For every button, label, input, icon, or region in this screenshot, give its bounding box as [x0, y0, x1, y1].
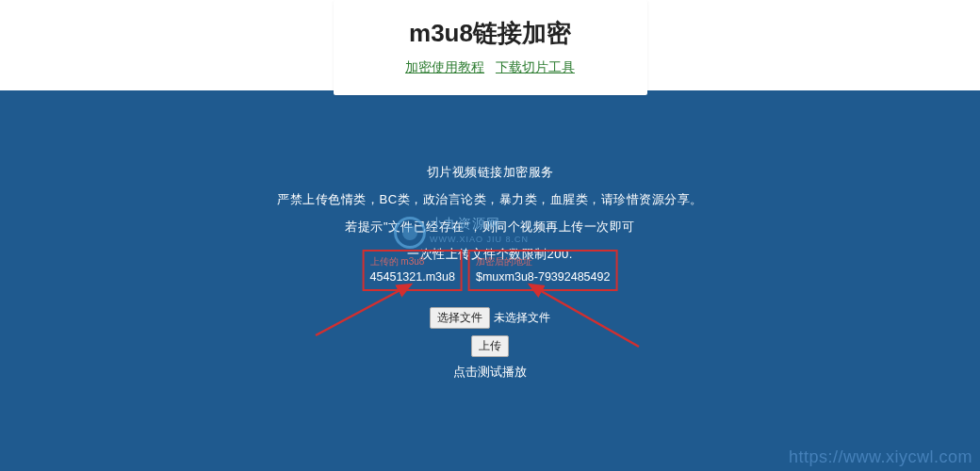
warning-text: 严禁上传色情类，BC类，政治言论类，暴力类，血腥类，请珍惜资源分享。 [0, 191, 980, 208]
file-status-text: 未选择文件 [494, 310, 550, 326]
watermark-brand: 小九资源网 [430, 216, 500, 233]
upload-button[interactable]: 上传 [471, 335, 509, 357]
watermark-subtext: WWW.XIAO JIU 8.CN [430, 235, 529, 244]
upload-row: 上传 [471, 335, 509, 357]
svg-line-1 [316, 284, 411, 335]
test-play-link[interactable]: 点击测试播放 [453, 364, 527, 381]
download-tool-link[interactable]: 下载切片工具 [496, 59, 575, 74]
service-title: 切片视频链接加密服务 [0, 164, 980, 181]
file-chooser-row: 选择文件 未选择文件 [430, 307, 550, 329]
encrypted-url-label: 加密后的地址 [476, 255, 610, 268]
header-links: 加密使用教程 下载切片工具 [352, 59, 629, 76]
watermark-logo-icon [394, 217, 426, 249]
uploaded-file-label: 上传的 m3u8 [370, 255, 455, 268]
header-card: m3u8链接加密 加密使用教程 下载切片工具 [334, 0, 647, 95]
page-title: m3u8链接加密 [352, 17, 629, 50]
watermark-url: https://www.xiycwl.com [789, 447, 972, 467]
annotation-arrow-left-icon [311, 279, 424, 345]
choose-file-button[interactable]: 选择文件 [430, 307, 490, 329]
tutorial-link[interactable]: 加密使用教程 [405, 59, 484, 74]
